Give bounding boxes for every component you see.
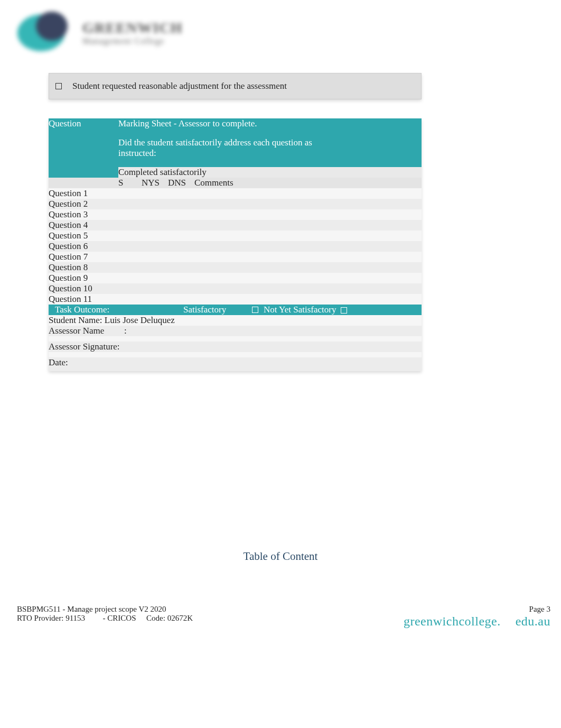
student-name-label: Student Name:	[49, 315, 105, 325]
cell	[118, 231, 142, 241]
marking-header-row: Question Marking Sheet - Assessor to com…	[49, 118, 422, 167]
table-row: Question 10	[49, 283, 422, 294]
completed-label: Completed satisfactorily	[118, 167, 422, 178]
cell	[142, 294, 168, 305]
page-number: Page 3	[529, 605, 550, 614]
marking-table: Question Marking Sheet - Assessor to com…	[49, 118, 422, 371]
logo: GREENWICH Management College	[15, 7, 205, 58]
cell	[118, 273, 142, 283]
cell	[194, 283, 422, 294]
cell	[194, 273, 422, 283]
cell	[194, 252, 422, 262]
assessor-name-row: Assessor Name:	[49, 326, 422, 336]
table-row: Question 3	[49, 209, 422, 220]
cell	[168, 209, 194, 220]
cell	[168, 220, 194, 231]
cell	[168, 294, 194, 305]
cell	[142, 188, 168, 199]
cell	[168, 283, 194, 294]
col-comments: Comments	[194, 178, 422, 188]
cell	[194, 188, 422, 199]
assessor-colon: :	[124, 326, 127, 336]
marking-table-wrap: Question Marking Sheet - Assessor to com…	[49, 118, 422, 371]
cell	[118, 283, 142, 294]
cell	[118, 188, 142, 199]
cell	[168, 231, 194, 241]
cell	[194, 209, 422, 220]
footer-line-1: BSBPMG511 - Manage project scope V2 2020	[17, 605, 550, 614]
cell	[142, 209, 168, 220]
table-row: Question 8	[49, 262, 422, 273]
assessor-signature-row: Assessor Signature:	[49, 342, 422, 352]
cell	[142, 283, 168, 294]
cell	[168, 199, 194, 209]
question-label: Question 11	[49, 294, 118, 305]
assessor-name-label: Assessor Name	[49, 326, 124, 336]
question-header: Question	[49, 118, 118, 178]
cell	[142, 199, 168, 209]
question-label: Question 10	[49, 283, 118, 294]
date-row: Date:	[49, 357, 422, 371]
logo-swirl-icon	[15, 12, 78, 54]
student-name-value: Luis Jose Deluquez	[105, 315, 175, 325]
student-name-row: Student Name: Luis Jose Deluquez	[49, 315, 422, 326]
table-row: Question 2	[49, 199, 422, 209]
assessor-signature-label: Assessor Signature:	[49, 342, 422, 352]
spacer-row-1	[49, 336, 422, 342]
cell	[194, 231, 422, 241]
question-label: Question 6	[49, 241, 118, 252]
question-label: Question 5	[49, 231, 118, 241]
question-label: Question 7	[49, 252, 118, 262]
cell	[142, 220, 168, 231]
table-row: Question 1	[49, 188, 422, 199]
cell	[142, 252, 168, 262]
question-label: Question 9	[49, 273, 118, 283]
question-label: Question 3	[49, 209, 118, 220]
table-row: Question 5	[49, 231, 422, 241]
cell	[194, 294, 422, 305]
question-label: Question 2	[49, 199, 118, 209]
footer-url: greenwichcollege.edu.au	[404, 614, 550, 629]
cell	[194, 220, 422, 231]
adjustment-box: Student requested reasonable adjustment …	[49, 73, 422, 99]
cell	[118, 252, 142, 262]
cell	[194, 241, 422, 252]
satisfactory-checkbox[interactable]	[252, 307, 258, 313]
question-label: Question 4	[49, 220, 118, 231]
cell	[118, 209, 142, 220]
marking-subtitle: Did the student satisfactorily address e…	[118, 137, 319, 159]
table-row: Question 6	[49, 241, 422, 252]
cell	[142, 262, 168, 273]
question-label: Question 8	[49, 262, 118, 273]
table-of-content-heading: Table of Content	[0, 550, 561, 563]
date-label: Date:	[49, 357, 422, 371]
not-yet-checkbox[interactable]	[341, 307, 347, 314]
adjustment-checkbox[interactable]	[55, 83, 62, 89]
logo-text: GREENWICH Management College	[82, 20, 182, 46]
cell	[168, 252, 194, 262]
table-row: Question 11	[49, 294, 422, 305]
table-row: Question 4	[49, 220, 422, 231]
cell	[118, 294, 142, 305]
outcome-not-yet: Not Yet Satisfactory	[264, 305, 336, 315]
col-s: S	[118, 178, 142, 188]
cell	[118, 241, 142, 252]
col-dns: DNS	[168, 178, 194, 188]
columns-row: S NYS DNS Comments	[49, 178, 422, 188]
cell	[168, 262, 194, 273]
col-nys: NYS	[142, 178, 168, 188]
adjustment-text: Student requested reasonable adjustment …	[72, 81, 287, 91]
cell	[142, 231, 168, 241]
cell	[168, 188, 194, 199]
cell	[194, 199, 422, 209]
logo-subtitle: Management College	[82, 36, 182, 46]
cell	[168, 273, 194, 283]
cell	[118, 262, 142, 273]
marking-title: Marking Sheet - Assessor to complete.	[118, 118, 422, 129]
cell	[194, 262, 422, 273]
cell	[118, 220, 142, 231]
cell	[168, 241, 194, 252]
table-row: Question 7	[49, 252, 422, 262]
cell	[142, 273, 168, 283]
logo-title: GREENWICH	[82, 20, 182, 36]
